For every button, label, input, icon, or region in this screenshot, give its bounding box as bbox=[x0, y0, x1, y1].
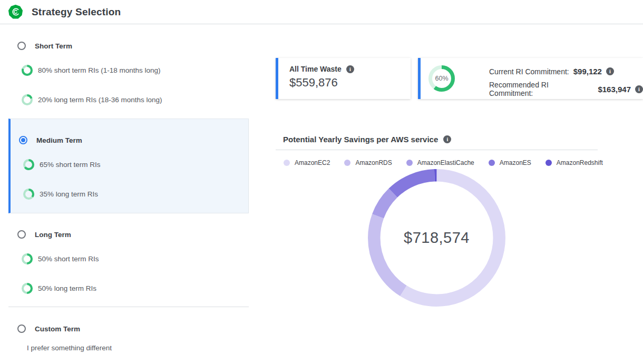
chart-header: Potential Yearly Savings per AWS service… bbox=[283, 135, 451, 144]
strategy-item-label: 20% long term RIs (18-36 months long) bbox=[38, 96, 162, 104]
legend-dot-icon bbox=[284, 160, 290, 166]
recommended-ri-commitment-row: Recommended RI Commitment: $163,947 i bbox=[489, 81, 643, 97]
recommended-ri-label: Recommended RI Commitment: bbox=[489, 81, 593, 97]
waste-card-value: $559,876 bbox=[289, 76, 411, 90]
donut-center-total: $718,574 bbox=[368, 169, 505, 307]
radio-long-term[interactable] bbox=[17, 230, 26, 239]
strategy-label: Medium Term bbox=[36, 136, 82, 144]
strategy-item: 35% long term RIs bbox=[23, 189, 98, 200]
legend-item-amazonrds[interactable]: AmazonRDS bbox=[344, 159, 392, 166]
info-icon[interactable]: i bbox=[606, 67, 614, 75]
strategy-item-label: 35% long term RIs bbox=[40, 190, 98, 198]
legend-dot-icon bbox=[406, 160, 413, 166]
legend-dot-icon bbox=[489, 160, 495, 166]
strategy-item: 20% long term RIs (18-36 months long) bbox=[22, 94, 162, 105]
legend-dot-icon bbox=[344, 160, 350, 166]
progress-ring-icon bbox=[23, 189, 34, 200]
legend-label: AmazonEC2 bbox=[295, 159, 330, 166]
strategy-option-long-term[interactable]: Long Term bbox=[17, 230, 71, 239]
ri-commitment-card: 60% Current RI Commitment: $99,122 i Rec… bbox=[418, 58, 643, 99]
strategy-selection-page: Strategy Selection Short Term 80% short … bbox=[0, 0, 643, 364]
strategy-item-label: 50% short term RIs bbox=[38, 255, 99, 263]
legend-item-amazonec2[interactable]: AmazonEC2 bbox=[284, 159, 330, 166]
strategy-item: 65% short term RIs bbox=[23, 159, 101, 170]
commitment-percent-label: 60% bbox=[428, 65, 455, 92]
current-ri-commitment-row: Current RI Commitment: $99,122 i bbox=[489, 67, 643, 76]
page-header: Strategy Selection bbox=[0, 0, 643, 24]
progress-ring-icon bbox=[22, 65, 33, 76]
app-logo-icon bbox=[8, 5, 23, 19]
strategy-item-label: 80% short term RIs (1-18 months long) bbox=[38, 66, 161, 74]
strategy-item-label: 50% long term RIs bbox=[38, 284, 96, 292]
strategy-item: 80% short term RIs (1-18 months long) bbox=[22, 65, 161, 76]
legend-dot-icon bbox=[545, 160, 552, 166]
strategy-label: Short Term bbox=[35, 42, 72, 50]
section-divider bbox=[8, 307, 249, 307]
info-icon[interactable]: i bbox=[635, 85, 643, 93]
strategy-option-medium-term[interactable]: Medium Term bbox=[19, 136, 82, 144]
radio-short-term[interactable] bbox=[17, 42, 26, 50]
legend-label: AmazonES bbox=[500, 159, 531, 166]
progress-ring-icon bbox=[22, 94, 33, 105]
legend-item-amazonredshift[interactable]: AmazonRedshift bbox=[545, 159, 603, 166]
recommended-ri-value: $163,947 bbox=[598, 85, 631, 94]
legend-label: AmazonRedshift bbox=[557, 159, 603, 166]
progress-ring-icon bbox=[22, 253, 33, 264]
info-icon[interactable]: i bbox=[346, 65, 354, 73]
legend-item-amazones[interactable]: AmazonES bbox=[489, 159, 531, 166]
all-time-waste-card: All Time Waste i $559,876 bbox=[276, 58, 411, 99]
progress-ring-icon bbox=[23, 159, 34, 170]
progress-ring-icon bbox=[22, 283, 33, 294]
radio-medium-term[interactable] bbox=[19, 136, 27, 144]
current-ri-value: $99,122 bbox=[573, 67, 602, 76]
page-title: Strategy Selection bbox=[32, 6, 121, 18]
current-ri-label: Current RI Commitment: bbox=[489, 67, 569, 76]
chart-title: Potential Yearly Savings per AWS service bbox=[283, 135, 438, 144]
strategy-option-short-term[interactable]: Short Term bbox=[17, 42, 72, 50]
strategy-option-custom-term[interactable]: Custom Term bbox=[17, 324, 80, 333]
strategy-item: 50% long term RIs bbox=[22, 283, 96, 294]
strategy-label: Long Term bbox=[35, 231, 71, 239]
radio-custom-term[interactable] bbox=[17, 324, 26, 333]
strategy-item: 50% short term RIs bbox=[22, 253, 99, 264]
strategy-label: Custom Term bbox=[35, 325, 80, 333]
chart-legend: AmazonEC2AmazonRDSAmazonElastiCacheAmazo… bbox=[284, 159, 600, 166]
legend-item-amazonelasticache[interactable]: AmazonElastiCache bbox=[406, 159, 474, 166]
legend-label: AmazonRDS bbox=[355, 159, 392, 166]
waste-card-title: All Time Waste bbox=[289, 65, 342, 73]
strategy-item-label: 65% short term RIs bbox=[40, 161, 101, 169]
custom-term-note: I prefer something different bbox=[27, 344, 112, 352]
chart-header-divider bbox=[276, 150, 598, 150]
info-icon[interactable]: i bbox=[443, 135, 451, 143]
legend-label: AmazonElastiCache bbox=[417, 159, 474, 166]
